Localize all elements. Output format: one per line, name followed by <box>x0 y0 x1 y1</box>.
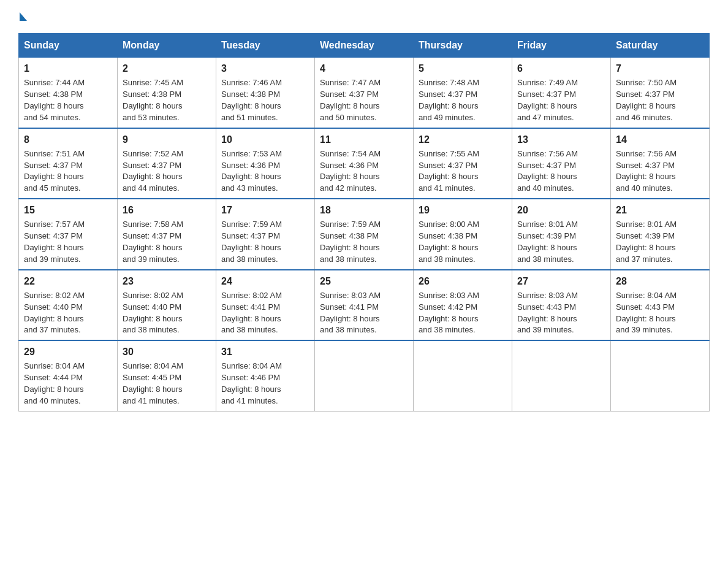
day-info: Sunrise: 7:53 AMSunset: 4:36 PMDaylight:… <box>221 148 309 194</box>
calendar-week-row: 1Sunrise: 7:44 AMSunset: 4:38 PMDaylight… <box>19 58 710 128</box>
day-info: Sunrise: 8:02 AMSunset: 4:41 PMDaylight:… <box>221 290 309 336</box>
calendar-day-cell: 18Sunrise: 7:59 AMSunset: 4:38 PMDayligh… <box>315 199 414 270</box>
day-info: Sunrise: 8:04 AMSunset: 4:45 PMDaylight:… <box>123 361 211 407</box>
calendar-day-cell: 21Sunrise: 8:01 AMSunset: 4:39 PMDayligh… <box>611 199 710 270</box>
calendar-day-cell <box>512 340 611 411</box>
day-number: 11 <box>320 132 408 147</box>
day-number: 31 <box>221 345 309 359</box>
day-number: 2 <box>123 61 211 75</box>
calendar-day-cell: 13Sunrise: 7:56 AMSunset: 4:37 PMDayligh… <box>512 128 611 199</box>
day-info: Sunrise: 7:56 AMSunset: 4:37 PMDaylight:… <box>616 148 704 194</box>
day-info: Sunrise: 7:59 AMSunset: 4:37 PMDaylight:… <box>221 219 309 265</box>
day-info: Sunrise: 7:45 AMSunset: 4:38 PMDaylight:… <box>123 77 211 123</box>
day-info: Sunrise: 8:02 AMSunset: 4:40 PMDaylight:… <box>123 290 211 336</box>
day-info: Sunrise: 8:03 AMSunset: 4:41 PMDaylight:… <box>320 290 408 336</box>
calendar-day-cell <box>315 340 414 411</box>
calendar-day-cell: 12Sunrise: 7:55 AMSunset: 4:37 PMDayligh… <box>414 128 512 199</box>
day-number: 30 <box>123 345 211 359</box>
calendar-day-cell: 10Sunrise: 7:53 AMSunset: 4:36 PMDayligh… <box>216 128 315 199</box>
calendar-day-cell: 31Sunrise: 8:04 AMSunset: 4:46 PMDayligh… <box>216 340 315 411</box>
col-header-sunday: Sunday <box>19 34 118 58</box>
day-number: 14 <box>616 132 704 147</box>
calendar-week-row: 8Sunrise: 7:51 AMSunset: 4:37 PMDaylight… <box>19 128 710 199</box>
day-info: Sunrise: 8:04 AMSunset: 4:44 PMDaylight:… <box>24 361 112 407</box>
day-number: 3 <box>221 61 309 75</box>
col-header-friday: Friday <box>512 34 611 58</box>
day-info: Sunrise: 8:01 AMSunset: 4:39 PMDaylight:… <box>616 219 704 265</box>
day-info: Sunrise: 7:48 AMSunset: 4:37 PMDaylight:… <box>419 77 507 123</box>
calendar-week-row: 29Sunrise: 8:04 AMSunset: 4:44 PMDayligh… <box>19 340 710 411</box>
logo-triangle-icon <box>20 12 27 21</box>
calendar-day-cell: 24Sunrise: 8:02 AMSunset: 4:41 PMDayligh… <box>216 270 315 341</box>
day-number: 1 <box>24 61 112 75</box>
calendar-day-cell: 30Sunrise: 8:04 AMSunset: 4:45 PMDayligh… <box>118 340 216 411</box>
day-info: Sunrise: 8:00 AMSunset: 4:38 PMDaylight:… <box>419 219 507 265</box>
day-number: 16 <box>123 203 211 217</box>
calendar-day-cell: 1Sunrise: 7:44 AMSunset: 4:38 PMDaylight… <box>19 58 118 128</box>
calendar-day-cell: 14Sunrise: 7:56 AMSunset: 4:37 PMDayligh… <box>611 128 710 199</box>
calendar-day-cell: 27Sunrise: 8:03 AMSunset: 4:43 PMDayligh… <box>512 270 611 341</box>
calendar-day-cell: 29Sunrise: 8:04 AMSunset: 4:44 PMDayligh… <box>19 340 118 411</box>
day-number: 18 <box>320 203 408 217</box>
day-info: Sunrise: 7:52 AMSunset: 4:37 PMDaylight:… <box>123 148 211 194</box>
day-info: Sunrise: 7:59 AMSunset: 4:38 PMDaylight:… <box>320 219 408 265</box>
col-header-saturday: Saturday <box>611 34 710 58</box>
day-number: 22 <box>24 274 112 288</box>
day-info: Sunrise: 8:04 AMSunset: 4:46 PMDaylight:… <box>221 361 309 407</box>
calendar-day-cell: 20Sunrise: 8:01 AMSunset: 4:39 PMDayligh… <box>512 199 611 270</box>
day-info: Sunrise: 8:01 AMSunset: 4:39 PMDaylight:… <box>517 219 605 265</box>
calendar-table: SundayMondayTuesdayWednesdayThursdayFrid… <box>18 33 710 412</box>
calendar-week-row: 15Sunrise: 7:57 AMSunset: 4:37 PMDayligh… <box>19 199 710 270</box>
calendar-day-cell: 25Sunrise: 8:03 AMSunset: 4:41 PMDayligh… <box>315 270 414 341</box>
day-number: 28 <box>616 274 704 288</box>
calendar-day-cell <box>414 340 512 411</box>
calendar-day-cell <box>611 340 710 411</box>
day-number: 26 <box>419 274 507 288</box>
day-info: Sunrise: 7:51 AMSunset: 4:37 PMDaylight:… <box>24 148 112 194</box>
day-number: 23 <box>123 274 211 288</box>
day-number: 29 <box>24 345 112 359</box>
day-info: Sunrise: 7:55 AMSunset: 4:37 PMDaylight:… <box>419 148 507 194</box>
day-number: 7 <box>616 61 704 75</box>
day-number: 24 <box>221 274 309 288</box>
day-number: 6 <box>517 61 605 75</box>
day-number: 8 <box>24 132 112 147</box>
calendar-day-cell: 3Sunrise: 7:46 AMSunset: 4:38 PMDaylight… <box>216 58 315 128</box>
day-number: 12 <box>419 132 507 147</box>
day-number: 9 <box>123 132 211 147</box>
day-number: 25 <box>320 274 408 288</box>
col-header-wednesday: Wednesday <box>315 34 414 58</box>
day-info: Sunrise: 7:50 AMSunset: 4:37 PMDaylight:… <box>616 77 704 123</box>
calendar-day-cell: 2Sunrise: 7:45 AMSunset: 4:38 PMDaylight… <box>118 58 216 128</box>
calendar-day-cell: 23Sunrise: 8:02 AMSunset: 4:40 PMDayligh… <box>118 270 216 341</box>
day-number: 4 <box>320 61 408 75</box>
day-number: 21 <box>616 203 704 217</box>
logo <box>18 12 27 22</box>
calendar-day-cell: 26Sunrise: 8:03 AMSunset: 4:42 PMDayligh… <box>414 270 512 341</box>
day-info: Sunrise: 7:49 AMSunset: 4:37 PMDaylight:… <box>517 77 605 123</box>
calendar-day-cell: 5Sunrise: 7:48 AMSunset: 4:37 PMDaylight… <box>414 58 512 128</box>
day-number: 15 <box>24 203 112 217</box>
day-number: 27 <box>517 274 605 288</box>
day-info: Sunrise: 8:04 AMSunset: 4:43 PMDaylight:… <box>616 290 704 336</box>
day-info: Sunrise: 7:54 AMSunset: 4:36 PMDaylight:… <box>320 148 408 194</box>
calendar-day-cell: 28Sunrise: 8:04 AMSunset: 4:43 PMDayligh… <box>611 270 710 341</box>
calendar-day-cell: 19Sunrise: 8:00 AMSunset: 4:38 PMDayligh… <box>414 199 512 270</box>
calendar-header-row: SundayMondayTuesdayWednesdayThursdayFrid… <box>19 34 710 58</box>
calendar-day-cell: 6Sunrise: 7:49 AMSunset: 4:37 PMDaylight… <box>512 58 611 128</box>
day-info: Sunrise: 7:47 AMSunset: 4:37 PMDaylight:… <box>320 77 408 123</box>
day-number: 13 <box>517 132 605 147</box>
col-header-thursday: Thursday <box>414 34 512 58</box>
calendar-day-cell: 16Sunrise: 7:58 AMSunset: 4:37 PMDayligh… <box>118 199 216 270</box>
day-number: 17 <box>221 203 309 217</box>
day-info: Sunrise: 7:56 AMSunset: 4:37 PMDaylight:… <box>517 148 605 194</box>
day-info: Sunrise: 7:46 AMSunset: 4:38 PMDaylight:… <box>221 77 309 123</box>
day-info: Sunrise: 7:57 AMSunset: 4:37 PMDaylight:… <box>24 219 112 265</box>
calendar-day-cell: 9Sunrise: 7:52 AMSunset: 4:37 PMDaylight… <box>118 128 216 199</box>
day-number: 19 <box>419 203 507 217</box>
day-info: Sunrise: 7:44 AMSunset: 4:38 PMDaylight:… <box>24 77 112 123</box>
day-info: Sunrise: 8:02 AMSunset: 4:40 PMDaylight:… <box>24 290 112 336</box>
calendar-day-cell: 22Sunrise: 8:02 AMSunset: 4:40 PMDayligh… <box>19 270 118 341</box>
calendar-day-cell: 17Sunrise: 7:59 AMSunset: 4:37 PMDayligh… <box>216 199 315 270</box>
calendar-day-cell: 15Sunrise: 7:57 AMSunset: 4:37 PMDayligh… <box>19 199 118 270</box>
